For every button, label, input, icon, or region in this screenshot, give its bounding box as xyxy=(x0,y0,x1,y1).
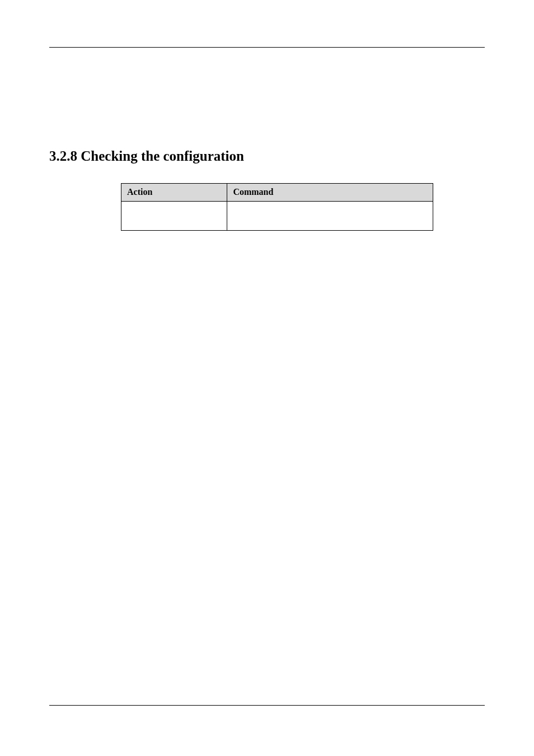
cell-command xyxy=(227,202,433,231)
page-container: 3.2.8 Checking the configuration Action … xyxy=(0,0,534,756)
table-header-row: Action Command xyxy=(121,184,433,202)
config-table: Action Command xyxy=(121,183,433,231)
table-row xyxy=(121,202,433,231)
column-header-action: Action xyxy=(121,184,227,202)
bottom-divider xyxy=(49,705,485,706)
config-table-wrap: Action Command xyxy=(121,183,433,231)
column-header-command: Command xyxy=(227,184,433,202)
top-divider xyxy=(49,47,485,48)
section-heading: 3.2.8 Checking the configuration xyxy=(49,148,485,164)
cell-action xyxy=(121,202,227,231)
